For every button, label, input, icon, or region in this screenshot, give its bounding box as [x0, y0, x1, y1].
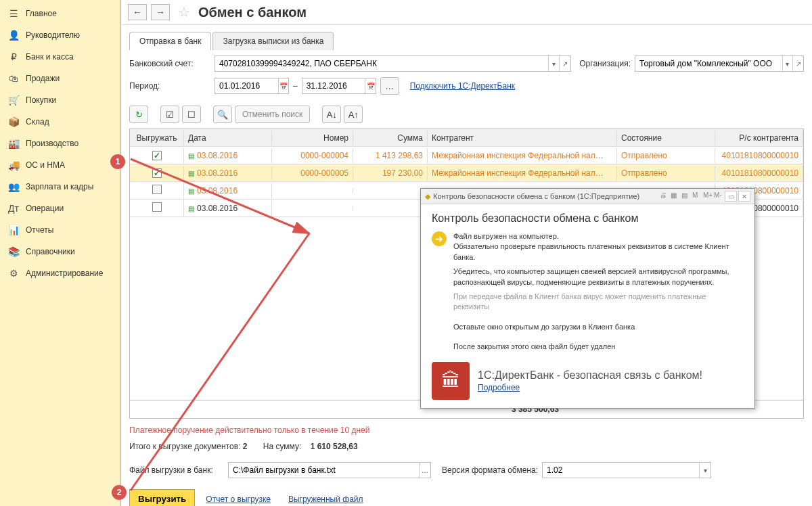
- check-all-button[interactable]: ☑: [160, 106, 179, 123]
- open-icon[interactable]: ↗: [559, 56, 570, 71]
- col-agent[interactable]: Контрагент: [428, 131, 617, 145]
- col-state[interactable]: Состояние: [617, 131, 715, 145]
- dropdown-icon[interactable]: ▾: [548, 56, 560, 71]
- table-row[interactable]: ▤03.08.2016 0000-000005 197 230,00 Межра…: [130, 164, 803, 182]
- sidebar-item-sales[interactable]: 🛍Продажи: [0, 68, 120, 89]
- find-button[interactable]: 🔍: [213, 106, 232, 123]
- sidebar-item-label: Производство: [26, 139, 78, 148]
- sidebar-item-hr[interactable]: 👥Зарплата и кадры: [0, 176, 120, 198]
- doc-icon: ▤: [188, 170, 194, 177]
- gear-icon: ⚙: [7, 268, 20, 279]
- debit-icon: Дт: [7, 203, 20, 214]
- sidebar-item-refs[interactable]: 📚Справочники: [0, 241, 120, 262]
- close-icon[interactable]: ✕: [738, 191, 750, 202]
- sidebar-item-assets[interactable]: 🚚ОС и НМА: [0, 154, 120, 176]
- sidebar-item-reports[interactable]: 📊Отчеты: [0, 219, 120, 241]
- org-field[interactable]: ▾ ↗: [635, 55, 804, 72]
- sidebar-item-operations[interactable]: ДтОперации: [0, 198, 120, 219]
- window-tool-icons: 🖨 ▦ ▤ M M+ M-: [660, 191, 723, 201]
- print-icon[interactable]: 🖨: [660, 191, 669, 201]
- col-acc[interactable]: Р/с контрагента: [715, 131, 803, 145]
- export-checkbox[interactable]: [152, 185, 162, 194]
- col-date[interactable]: Дата: [184, 131, 272, 145]
- dropdown-icon[interactable]: ▾: [699, 463, 710, 478]
- sort-desc-button[interactable]: A↑: [344, 106, 363, 123]
- mplus-icon[interactable]: M+: [703, 191, 713, 201]
- sidebar-item-label: Руководителю: [26, 30, 80, 40]
- m-icon[interactable]: M: [692, 191, 702, 201]
- app-icon: ◆: [425, 192, 430, 201]
- sidebar-item-production[interactable]: 🏭Производство: [0, 133, 120, 154]
- bag-icon: 🛍: [7, 73, 20, 84]
- org-label: Организация:: [579, 59, 631, 68]
- sidebar-item-bank[interactable]: ₽Банк и касса: [0, 46, 120, 68]
- dropdown-icon[interactable]: ▾: [782, 56, 793, 71]
- mminus-icon[interactable]: M-: [714, 191, 723, 201]
- uncheck-all-button[interactable]: ☐: [182, 106, 201, 123]
- star-icon[interactable]: ☆: [178, 4, 190, 20]
- period-to-field[interactable]: 📅: [302, 78, 376, 94]
- bank-icon: 🏛: [432, 362, 470, 400]
- minimize-icon[interactable]: ▭: [725, 191, 737, 202]
- exported-file-link[interactable]: Выгруженный файл: [288, 495, 363, 504]
- modal-line3: Убедитесь, что компьютер защищен свежей …: [453, 267, 744, 288]
- export-button[interactable]: Выгрузить: [129, 489, 195, 506]
- sidebar-item-admin[interactable]: ⚙Администрирование: [0, 262, 120, 284]
- sidebar-item-label: Справочники: [26, 247, 75, 256]
- col-export[interactable]: Выгружать: [130, 131, 184, 145]
- sidebar-item-purchases[interactable]: 🛒Покупки: [0, 89, 120, 111]
- org-input[interactable]: [635, 59, 782, 68]
- forward-button[interactable]: →: [151, 4, 170, 20]
- report-link[interactable]: Отчет о выгрузке: [206, 495, 271, 504]
- calc-icon[interactable]: ▤: [681, 191, 691, 201]
- tab-send[interactable]: Отправка в банк: [129, 32, 211, 50]
- promo-link[interactable]: Подробнее: [478, 383, 520, 392]
- modal-line4: При передаче файла в Клиент банка вирус …: [453, 292, 744, 313]
- period-from-field[interactable]: 📅: [215, 78, 289, 94]
- books-icon: 📚: [7, 246, 20, 257]
- connect-directbank-link[interactable]: Подключить 1С:ДиректБанк: [410, 81, 515, 91]
- account-input[interactable]: [215, 59, 548, 68]
- open-icon[interactable]: ↗: [792, 56, 803, 71]
- export-checkbox[interactable]: [152, 151, 162, 160]
- col-num[interactable]: Номер: [272, 131, 353, 145]
- cart-icon: 🛒: [7, 95, 20, 106]
- browse-icon[interactable]: …: [419, 463, 430, 478]
- modal-heading: Контроль безопасности обмена с банком: [432, 212, 744, 225]
- tabs: Отправка в банк Загрузка выписки из банк…: [129, 32, 804, 50]
- export-checkbox[interactable]: [152, 202, 162, 212]
- file-field[interactable]: …: [228, 462, 431, 478]
- arrow-right-icon: ➜: [432, 231, 447, 246]
- sidebar-item-manager[interactable]: 👤Руководителю: [0, 24, 120, 46]
- cancel-search-button[interactable]: Отменить поиск: [235, 106, 310, 123]
- doc-icon: ▤: [188, 187, 194, 195]
- export-summary: Итого к выгрузке документов: 2 На сумму:…: [129, 442, 804, 451]
- modal-titlebar[interactable]: ◆ Контроль безопасности обмена с банком …: [421, 189, 754, 204]
- export-checkbox[interactable]: [152, 168, 162, 178]
- calendar-icon[interactable]: 📅: [365, 78, 375, 93]
- security-modal: ◆ Контроль безопасности обмена с банком …: [420, 188, 755, 409]
- version-input[interactable]: [543, 465, 699, 475]
- sort-asc-button[interactable]: A↓: [322, 106, 341, 123]
- grid-icon[interactable]: ▦: [671, 191, 680, 201]
- chart-icon: 📊: [7, 225, 20, 235]
- col-sum[interactable]: Сумма: [353, 131, 428, 145]
- user-icon: 👤: [7, 30, 20, 41]
- tab-load[interactable]: Загрузка выписки из банка: [212, 32, 334, 50]
- period-label: Период:: [129, 81, 210, 91]
- sidebar-item-warehouse[interactable]: 📦Склад: [0, 111, 120, 133]
- refresh-button[interactable]: ↻: [129, 106, 148, 123]
- page-title: Обмен с банком: [198, 5, 307, 20]
- account-field[interactable]: ▾ ↗: [215, 55, 571, 72]
- table-row[interactable]: ▤03.08.2016 0000-000004 1 413 298,63 Меж…: [130, 147, 803, 164]
- sidebar-item-main[interactable]: ☰Главное: [0, 3, 120, 24]
- period-to-input[interactable]: [302, 81, 365, 91]
- version-field[interactable]: ▾: [542, 462, 711, 478]
- promo-text: 1С:ДиректБанк - безопасная связь с банко…: [478, 369, 702, 383]
- back-button[interactable]: ←: [128, 4, 147, 20]
- menu-icon: ☰: [7, 8, 20, 19]
- calendar-icon[interactable]: 📅: [278, 78, 288, 93]
- period-from-input[interactable]: [215, 81, 278, 91]
- file-input[interactable]: [229, 465, 419, 475]
- period-picker-button[interactable]: …: [380, 77, 399, 95]
